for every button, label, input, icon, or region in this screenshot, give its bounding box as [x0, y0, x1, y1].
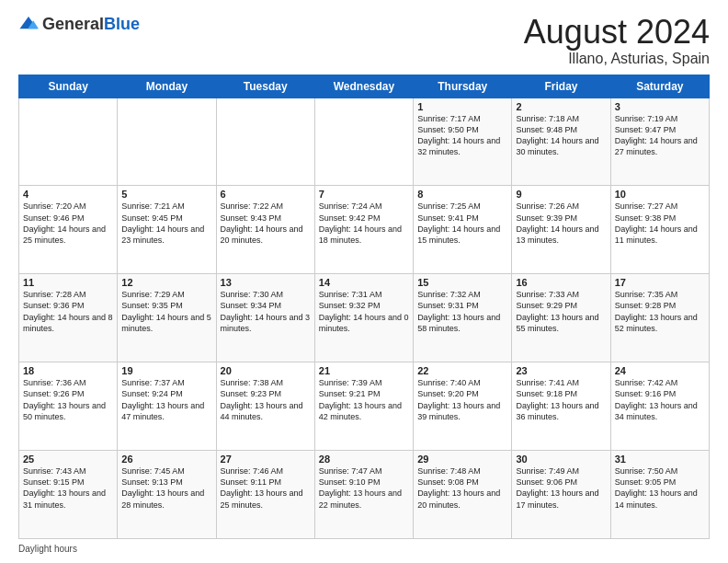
day-info: Sunrise: 7:37 AMSunset: 9:24 PMDaylight:… [121, 377, 211, 422]
calendar-cell: 4Sunrise: 7:20 AMSunset: 9:46 PMDaylight… [19, 186, 118, 274]
day-number: 23 [516, 365, 606, 376]
calendar-cell: 9Sunrise: 7:26 AMSunset: 9:39 PMDaylight… [512, 186, 610, 274]
day-info: Sunrise: 7:17 AMSunset: 9:50 PMDaylight:… [417, 113, 507, 158]
calendar-table: Sunday Monday Tuesday Wednesday Thursday… [18, 75, 710, 539]
logo-text-general: General [42, 15, 104, 33]
day-info: Sunrise: 7:32 AMSunset: 9:31 PMDaylight:… [417, 289, 507, 334]
day-number: 15 [417, 277, 507, 288]
header: GeneralBlue August 2024 Illano, Asturias… [18, 14, 710, 67]
calendar-cell: 6Sunrise: 7:22 AMSunset: 9:43 PMDaylight… [216, 186, 314, 274]
calendar-cell: 16Sunrise: 7:33 AMSunset: 9:29 PMDayligh… [512, 274, 610, 362]
calendar-cell: 5Sunrise: 7:21 AMSunset: 9:45 PMDaylight… [118, 186, 216, 274]
day-info: Sunrise: 7:20 AMSunset: 9:46 PMDaylight:… [23, 201, 113, 246]
logo-text-blue: Blue [104, 15, 140, 33]
day-number: 19 [121, 365, 211, 376]
day-number: 26 [121, 454, 211, 465]
calendar-week-1: 1Sunrise: 7:17 AMSunset: 9:50 PMDaylight… [19, 98, 710, 186]
day-info: Sunrise: 7:28 AMSunset: 9:36 PMDaylight:… [23, 289, 113, 334]
calendar-cell: 14Sunrise: 7:31 AMSunset: 9:32 PMDayligh… [314, 274, 413, 362]
footer-note: Daylight hours [18, 544, 710, 554]
col-wednesday: Wednesday [314, 75, 413, 98]
day-info: Sunrise: 7:42 AMSunset: 9:16 PMDaylight:… [615, 377, 705, 422]
day-info: Sunrise: 7:33 AMSunset: 9:29 PMDaylight:… [516, 289, 606, 334]
calendar-cell: 22Sunrise: 7:40 AMSunset: 9:20 PMDayligh… [414, 362, 512, 451]
calendar-cell [118, 98, 216, 186]
calendar-cell: 27Sunrise: 7:46 AMSunset: 9:11 PMDayligh… [216, 451, 314, 539]
col-saturday: Saturday [610, 75, 709, 98]
day-number: 1 [417, 101, 507, 112]
day-info: Sunrise: 7:24 AMSunset: 9:42 PMDaylight:… [319, 201, 409, 246]
day-info: Sunrise: 7:25 AMSunset: 9:41 PMDaylight:… [417, 201, 507, 246]
day-info: Sunrise: 7:45 AMSunset: 9:13 PMDaylight:… [121, 465, 211, 511]
calendar-header-row: Sunday Monday Tuesday Wednesday Thursday… [19, 75, 710, 98]
day-info: Sunrise: 7:30 AMSunset: 9:34 PMDaylight:… [221, 289, 311, 334]
day-info: Sunrise: 7:49 AMSunset: 9:06 PMDaylight:… [516, 465, 606, 511]
day-info: Sunrise: 7:47 AMSunset: 9:10 PMDaylight:… [319, 465, 409, 511]
day-info: Sunrise: 7:19 AMSunset: 9:47 PMDaylight:… [615, 113, 705, 158]
day-number: 11 [23, 277, 113, 288]
day-info: Sunrise: 7:31 AMSunset: 9:32 PMDaylight:… [319, 289, 409, 334]
calendar-cell: 23Sunrise: 7:41 AMSunset: 9:18 PMDayligh… [512, 362, 610, 451]
day-number: 10 [615, 189, 705, 200]
day-number: 12 [121, 277, 211, 288]
day-number: 21 [319, 365, 409, 376]
col-friday: Friday [512, 75, 610, 98]
calendar-cell: 19Sunrise: 7:37 AMSunset: 9:24 PMDayligh… [118, 362, 216, 451]
day-info: Sunrise: 7:35 AMSunset: 9:28 PMDaylight:… [615, 289, 705, 334]
day-info: Sunrise: 7:29 AMSunset: 9:35 PMDaylight:… [121, 289, 211, 334]
calendar-week-3: 11Sunrise: 7:28 AMSunset: 9:36 PMDayligh… [19, 274, 710, 362]
day-info: Sunrise: 7:21 AMSunset: 9:45 PMDaylight:… [121, 201, 211, 246]
col-sunday: Sunday [19, 75, 118, 98]
day-info: Sunrise: 7:48 AMSunset: 9:08 PMDaylight:… [417, 465, 507, 511]
calendar-cell: 11Sunrise: 7:28 AMSunset: 9:36 PMDayligh… [19, 274, 118, 362]
calendar-cell: 12Sunrise: 7:29 AMSunset: 9:35 PMDayligh… [118, 274, 216, 362]
day-number: 22 [417, 365, 507, 376]
day-number: 28 [319, 454, 409, 465]
day-number: 7 [319, 189, 409, 200]
day-number: 30 [516, 454, 606, 465]
day-info: Sunrise: 7:41 AMSunset: 9:18 PMDaylight:… [516, 377, 606, 422]
day-number: 5 [121, 189, 211, 200]
calendar-cell [19, 98, 118, 186]
day-info: Sunrise: 7:46 AMSunset: 9:11 PMDaylight:… [221, 465, 311, 511]
calendar-cell: 25Sunrise: 7:43 AMSunset: 9:15 PMDayligh… [19, 451, 118, 539]
day-info: Sunrise: 7:18 AMSunset: 9:48 PMDaylight:… [516, 113, 606, 158]
calendar-cell: 2Sunrise: 7:18 AMSunset: 9:48 PMDaylight… [512, 98, 610, 186]
day-info: Sunrise: 7:36 AMSunset: 9:26 PMDaylight:… [23, 377, 113, 422]
day-number: 2 [516, 101, 606, 112]
day-number: 6 [221, 189, 311, 200]
calendar-cell [216, 98, 314, 186]
calendar-cell: 17Sunrise: 7:35 AMSunset: 9:28 PMDayligh… [610, 274, 709, 362]
day-info: Sunrise: 7:27 AMSunset: 9:38 PMDaylight:… [615, 201, 705, 246]
day-info: Sunrise: 7:50 AMSunset: 9:05 PMDaylight:… [615, 465, 705, 511]
calendar-cell: 21Sunrise: 7:39 AMSunset: 9:21 PMDayligh… [314, 362, 413, 451]
day-number: 29 [417, 454, 507, 465]
day-number: 4 [23, 189, 113, 200]
calendar-cell: 15Sunrise: 7:32 AMSunset: 9:31 PMDayligh… [414, 274, 512, 362]
day-number: 14 [319, 277, 409, 288]
day-info: Sunrise: 7:39 AMSunset: 9:21 PMDaylight:… [319, 377, 409, 422]
calendar-cell: 20Sunrise: 7:38 AMSunset: 9:23 PMDayligh… [216, 362, 314, 451]
calendar-cell: 7Sunrise: 7:24 AMSunset: 9:42 PMDaylight… [314, 186, 413, 274]
day-number: 3 [615, 101, 705, 112]
calendar-cell: 8Sunrise: 7:25 AMSunset: 9:41 PMDaylight… [414, 186, 512, 274]
calendar-week-2: 4Sunrise: 7:20 AMSunset: 9:46 PMDaylight… [19, 186, 710, 274]
day-number: 13 [221, 277, 311, 288]
day-info: Sunrise: 7:40 AMSunset: 9:20 PMDaylight:… [417, 377, 507, 422]
title-area: August 2024 Illano, Asturias, Spain [524, 14, 710, 67]
calendar-week-5: 25Sunrise: 7:43 AMSunset: 9:15 PMDayligh… [19, 451, 710, 539]
calendar-cell: 31Sunrise: 7:50 AMSunset: 9:05 PMDayligh… [610, 451, 709, 539]
day-number: 16 [516, 277, 606, 288]
page: GeneralBlue August 2024 Illano, Asturias… [0, 0, 728, 563]
col-monday: Monday [118, 75, 216, 98]
calendar-cell: 1Sunrise: 7:17 AMSunset: 9:50 PMDaylight… [414, 98, 512, 186]
day-number: 20 [221, 365, 311, 376]
day-number: 25 [23, 454, 113, 465]
calendar-cell [314, 98, 413, 186]
col-tuesday: Tuesday [216, 75, 314, 98]
location-title: Illano, Asturias, Spain [524, 51, 710, 67]
day-number: 17 [615, 277, 705, 288]
calendar-cell: 30Sunrise: 7:49 AMSunset: 9:06 PMDayligh… [512, 451, 610, 539]
day-info: Sunrise: 7:26 AMSunset: 9:39 PMDaylight:… [516, 201, 606, 246]
day-number: 31 [615, 454, 705, 465]
